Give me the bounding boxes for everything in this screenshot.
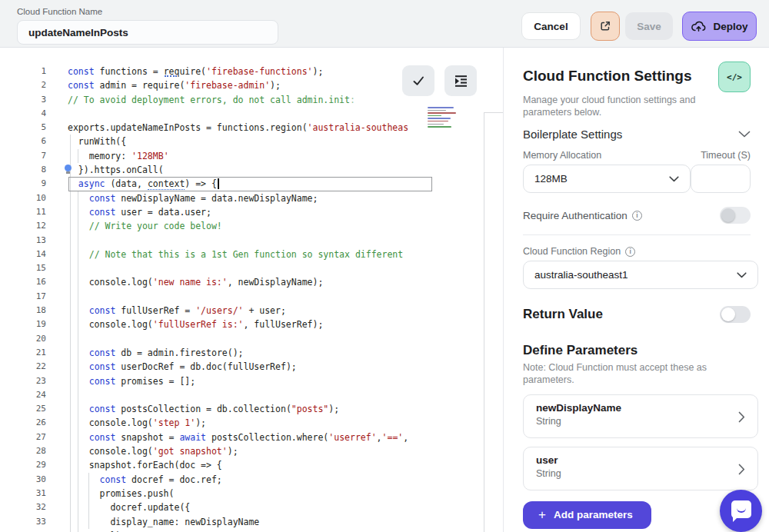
code-line[interactable]: 17 (0, 290, 503, 304)
return-value-toggle[interactable] (720, 306, 751, 323)
panel-title: Cloud Function Settings (523, 62, 692, 85)
external-link-icon (599, 20, 611, 32)
line-number: 11 (0, 205, 52, 219)
line-number: 12 (0, 219, 52, 233)
line-number: 28 (0, 444, 52, 458)
cloud-function-region-label: Cloud Function Region (523, 246, 621, 257)
line-number: 17 (0, 290, 52, 304)
indent-guide (78, 149, 78, 163)
add-parameters-button[interactable]: + Add parameters (523, 501, 651, 529)
info-icon[interactable]: i (632, 211, 642, 221)
code-line[interactable]: 32 docref.update({ (0, 500, 503, 514)
code-line[interactable]: 15 (0, 261, 503, 275)
line-number: 19 (0, 318, 52, 331)
code-line[interactable]: 23 const promises = []; (0, 374, 503, 388)
line-number: 30 (0, 473, 52, 487)
code-line[interactable]: 8 }).https.onCall( (0, 163, 503, 177)
line-number: 15 (0, 261, 52, 275)
code-line[interactable]: 10 const newDisplayName = data.newDispla… (0, 191, 503, 205)
cloud-upload-icon (691, 21, 707, 32)
code-line[interactable]: 6 runWith({ (0, 135, 503, 148)
parameter-card[interactable]: user String (523, 447, 758, 490)
info-icon[interactable]: i (625, 247, 635, 257)
line-number: 9 (0, 177, 52, 191)
cancel-button[interactable]: Cancel (521, 12, 581, 40)
line-number: 4 (0, 107, 52, 121)
code-line[interactable]: 30 const docref = doc.ref; (0, 473, 503, 487)
code-line[interactable]: 21 const db = admin.firestore(); (0, 346, 503, 360)
code-line[interactable]: 33 display_name: newDisplayName (0, 515, 503, 529)
topbar: Cloud Function Name Cancel Save Deploy (0, 0, 769, 48)
code-line[interactable]: 13 (0, 234, 503, 248)
code-line[interactable]: 18 const fullUserRef = '/users/' + user; (0, 304, 503, 318)
boilerplate-settings-header[interactable]: Boilerplate Settings (523, 128, 751, 141)
code-line[interactable]: 34 }) (0, 529, 503, 532)
check-icon (411, 75, 425, 87)
define-parameters-heading: Define Parameters (523, 343, 751, 358)
format-indent-icon (454, 75, 468, 87)
chevron-right-icon (738, 464, 745, 475)
code-editor[interactable]: 1const functions = require('firebase-fun… (0, 48, 503, 532)
line-number: 5 (0, 121, 52, 135)
save-button[interactable]: Save (625, 12, 673, 40)
text-cursor (218, 178, 219, 189)
code-line[interactable]: 24 (0, 388, 503, 402)
line-number: 20 (0, 332, 52, 346)
code-line[interactable]: 19 console.log('fullUserRef is:', fullUs… (0, 318, 503, 331)
line-number: 16 (0, 275, 52, 289)
editor-right-divider (484, 112, 484, 532)
line-number: 24 (0, 388, 52, 402)
code-line[interactable]: 27 const snapshot = await postsCollectio… (0, 431, 503, 444)
parameter-type: String (536, 468, 745, 479)
line-number: 22 (0, 360, 52, 374)
require-authentication-toggle[interactable] (720, 207, 751, 224)
validate-code-button[interactable] (402, 65, 434, 96)
memory-allocation-value: 128MB (534, 173, 568, 185)
cloud-function-name-label: Cloud Function Name (17, 7, 102, 16)
line-number: 2 (0, 78, 52, 92)
line-number: 8 (0, 163, 52, 177)
chat-support-button[interactable] (720, 490, 762, 532)
line-number: 18 (0, 304, 52, 318)
cloud-function-region-dropdown[interactable]: australia-southeast1 (523, 261, 758, 289)
code-line[interactable]: 14 // Note that this is a 1st Gen functi… (0, 248, 503, 261)
code-line[interactable]: 31 promises.push( (0, 487, 503, 500)
format-code-button[interactable] (444, 65, 477, 96)
indent-guide (88, 473, 89, 529)
code-line[interactable]: 7 memory: '128MB' (0, 149, 503, 163)
return-value-heading: Return Value (523, 307, 603, 322)
line-number: 6 (0, 135, 52, 148)
line-number: 1 (0, 65, 52, 78)
code-view-toggle-button[interactable]: </> (718, 62, 751, 92)
minimap[interactable] (428, 107, 458, 131)
code-line[interactable]: 29 snapshot.forEach(doc => { (0, 458, 503, 472)
deploy-button[interactable]: Deploy (682, 12, 757, 41)
code-line[interactable]: 25 const postsCollection = db.collection… (0, 402, 503, 416)
chat-bubble-icon (731, 500, 751, 518)
code-line[interactable]: 20 (0, 332, 503, 346)
timeout-input[interactable] (691, 165, 751, 193)
line-number: 31 (0, 487, 52, 500)
parameter-card[interactable]: newDisplayName String (523, 394, 758, 438)
line-number: 33 (0, 515, 52, 529)
parameter-name: user (536, 454, 745, 466)
code-line[interactable]: 12 // Write your code below! (0, 219, 503, 233)
chevron-right-icon (738, 411, 745, 423)
panel-subtitle: Manage your cloud function settings and … (523, 94, 721, 118)
code-line[interactable]: 26 console.log('step 1'); (0, 416, 503, 430)
chevron-down-icon (738, 131, 751, 138)
lightbulb-icon[interactable] (65, 165, 72, 171)
cloud-function-name-input[interactable] (17, 20, 278, 45)
open-external-button[interactable] (591, 12, 620, 41)
line-number: 10 (0, 191, 52, 205)
line-number: 23 (0, 374, 52, 388)
code-line[interactable]: 22 const userDocRef = db.doc(fullUserRef… (0, 360, 503, 374)
timeout-label: Timeout (S) (701, 150, 751, 161)
code-line[interactable]: 16 console.log('new name is:', newDispla… (0, 275, 503, 289)
chevron-down-icon (669, 176, 679, 182)
code-line[interactable]: 11 const user = data.user; (0, 205, 503, 219)
line-number: 14 (0, 248, 52, 261)
code-line[interactable]: 28 console.log('got snapshot'); (0, 444, 503, 458)
memory-allocation-dropdown[interactable]: 128MB (523, 165, 691, 193)
code-icon: </> (727, 72, 742, 82)
